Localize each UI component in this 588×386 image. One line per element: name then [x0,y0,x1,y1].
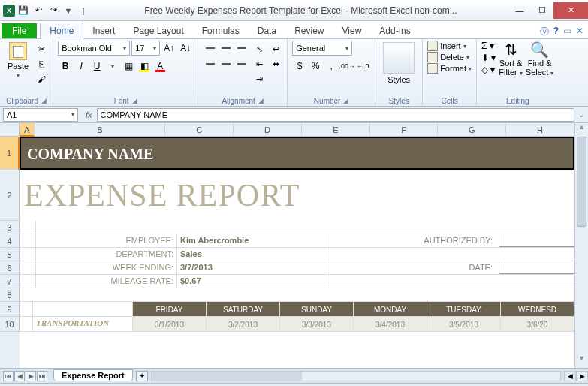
col-header-A[interactable]: A [20,123,35,137]
font-name-combo[interactable]: Bookman Old ▾ [58,41,130,56]
day-date[interactable]: 3/2/2013 [207,317,280,331]
percent-format-icon[interactable]: % [308,59,323,74]
align-left-icon[interactable] [203,56,218,71]
undo-icon[interactable]: ↶ [32,4,45,17]
close-workbook-icon[interactable]: ✕ [576,26,583,38]
value-department[interactable]: Sales [177,248,327,261]
new-sheet-icon[interactable]: ✦ [136,371,148,381]
comma-format-icon[interactable]: , [324,59,339,74]
col-header-F[interactable]: F [370,123,439,137]
align-right-icon[interactable] [234,56,249,71]
tab-last-icon[interactable]: ⏭ [37,371,47,381]
find-select-button[interactable]: 🔍 Find & Select ▾ [526,41,554,77]
align-bottom-icon[interactable] [234,41,249,56]
hscroll-left-icon[interactable]: ◀ [564,371,576,381]
scroll-up-icon[interactable]: ▲ [575,123,588,137]
tab-data[interactable]: Data [249,23,285,38]
decrease-decimal-icon[interactable]: ←.0 [355,59,370,74]
number-format-combo[interactable]: General▾ [292,41,352,56]
tab-formulas[interactable]: Formulas [193,23,249,38]
fill-color-icon[interactable]: ◧ [137,59,152,74]
label-department[interactable]: DEPARTMENT: [36,248,177,261]
row-header-10[interactable]: 10 [0,317,20,332]
sort-filter-button[interactable]: ⇅ Sort & Filter ▾ [499,41,523,77]
align-middle-icon[interactable] [219,41,234,56]
tab-review[interactable]: Review [285,23,333,38]
col-header-B[interactable]: B [35,123,165,137]
grid[interactable]: COMPANY NAME EXPENSE REPORT EMPLOYEE: Ki… [20,137,574,368]
bold-button[interactable]: B [58,59,73,74]
paste-dropdown-icon[interactable]: ▾ [17,72,20,79]
tab-add-ins[interactable]: Add-Ins [370,23,419,38]
underline-dropdown-icon[interactable]: ▾ [105,59,120,74]
col-header-E[interactable]: E [302,123,370,137]
value-authorized-by[interactable] [499,234,574,247]
align-center-icon[interactable] [219,56,234,71]
autosum-icon[interactable]: Σ ▾ [481,41,496,51]
day-header[interactable]: TUESDAY [427,302,501,316]
save-icon[interactable]: 💾 [17,4,30,17]
row-header-6[interactable]: 6 [0,261,20,275]
excel-icon[interactable]: X [3,5,15,17]
clipboard-launcher-icon[interactable]: ◢ [41,97,47,105]
close-button[interactable]: ✕ [553,2,588,19]
maximize-button[interactable]: ☐ [531,2,553,19]
cut-icon[interactable]: ✂ [35,42,48,56]
expense-report-title[interactable]: EXPENSE REPORT [20,170,574,221]
day-date[interactable]: 3/5/2013 [427,317,501,331]
merge-center-icon[interactable]: ⬌ [269,57,282,71]
tab-view[interactable]: View [333,23,371,38]
day-header[interactable]: FRIDAY [133,302,207,316]
col-header-G[interactable]: G [438,123,506,137]
hscroll-right-icon[interactable]: ▶ [576,371,588,381]
number-launcher-icon[interactable]: ◢ [343,97,348,105]
row-header-3[interactable]: 3 [0,221,20,234]
paste-button[interactable]: Paste ▾ [5,41,32,80]
accounting-format-icon[interactable]: $ [292,59,307,74]
scroll-down-icon[interactable]: ▼ [575,354,588,368]
day-header[interactable]: MONDAY [354,302,427,316]
name-box[interactable]: A1▾ [3,108,78,122]
decrease-font-icon[interactable]: A↓ [178,41,193,56]
day-header[interactable]: SATURDAY [207,302,280,316]
minimize-button[interactable]: — [508,2,531,19]
day-header[interactable]: SUNDAY [280,302,354,316]
day-date[interactable]: 3/3/2013 [280,317,354,331]
hscroll-thumb[interactable] [152,372,302,381]
cell-styles-button[interactable]: Styles [380,41,418,86]
formula-input[interactable]: COMPANY NAME [97,108,574,122]
increase-font-icon[interactable]: A↑ [161,41,176,56]
restore-window-icon[interactable]: ▭ [563,26,571,38]
decrease-indent-icon[interactable]: ⇤ [252,57,266,71]
row-header-8[interactable]: 8 [0,288,20,302]
value-mileage-rate[interactable]: $0.67 [177,275,327,288]
row-header-1[interactable]: 1 [0,137,20,170]
label-employee[interactable]: EMPLOYEE: [36,234,177,247]
insert-cells-button[interactable]: Insert▾ [427,41,472,51]
label-mileage-rate[interactable]: MILEAGE RATE: [36,275,177,288]
col-header-H[interactable]: H [506,123,574,137]
font-launcher-icon[interactable]: ◢ [132,97,137,105]
day-date[interactable]: 3/6/20 [501,317,574,331]
tab-first-icon[interactable]: ⏮ [3,371,14,381]
alignment-launcher-icon[interactable]: ◢ [258,97,264,105]
italic-button[interactable]: I [74,59,89,74]
tab-home[interactable]: Home [40,23,83,39]
font-color-icon[interactable]: A [152,59,167,74]
sheet-tab-active[interactable]: Expense Report [53,369,133,381]
tab-prev-icon[interactable]: ◀ [14,371,25,381]
help-icon[interactable]: ? [553,26,559,38]
value-date[interactable] [499,261,574,274]
value-employee[interactable]: Kim Abercrombie [177,234,327,247]
label-authorized-by[interactable]: AUTHORIZED BY: [327,234,499,247]
clear-icon[interactable]: ◇ ▾ [481,65,496,75]
row-header-2[interactable]: 2 [0,170,20,221]
underline-button[interactable]: U [89,59,104,74]
section-transportation[interactable]: TRANSPORTATION [33,317,133,331]
fill-icon[interactable]: ⬇ ▾ [481,53,496,63]
horizontal-scrollbar[interactable] [151,371,561,381]
scroll-thumb[interactable] [577,137,586,227]
label-date[interactable]: DATE: [327,261,499,274]
borders-icon[interactable]: ▦ [121,59,136,74]
company-name-cell[interactable]: COMPANY NAME [20,137,574,170]
